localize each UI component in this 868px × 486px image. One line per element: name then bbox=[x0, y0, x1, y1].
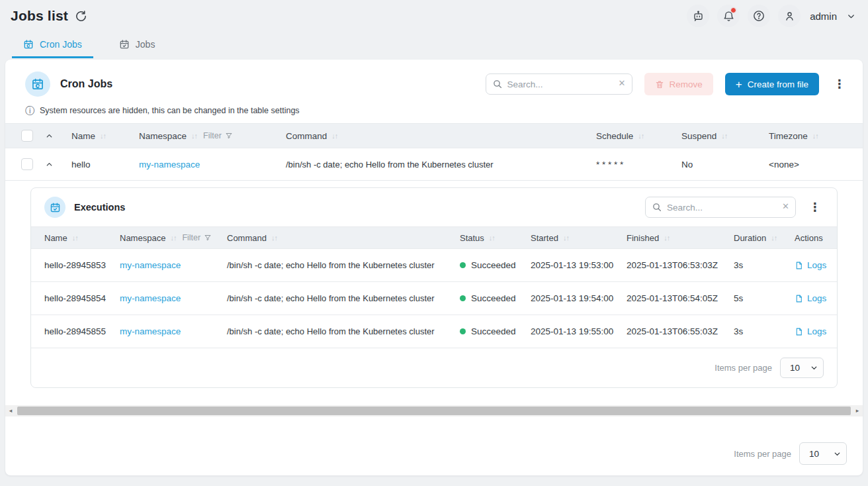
remove-button[interactable]: Remove bbox=[644, 73, 713, 95]
create-from-file-button[interactable]: + Create from file bbox=[725, 73, 819, 95]
cell-name: hello bbox=[58, 160, 126, 170]
app-window: Jobs list bbox=[0, 0, 868, 486]
logs-link[interactable]: Logs bbox=[795, 326, 826, 336]
cell-status: Succeeded bbox=[447, 326, 517, 336]
col-header-timezone[interactable]: Timezone↓↑ bbox=[756, 131, 863, 141]
items-per-page-select[interactable]: 10 bbox=[780, 358, 824, 378]
col-header-command[interactable]: Command↓↑ bbox=[273, 131, 583, 141]
scrollbar-right-arrow-icon[interactable]: ▸ bbox=[852, 405, 863, 416]
cell-finished: 2025-01-13T06:54:05Z bbox=[613, 293, 720, 303]
refresh-icon[interactable] bbox=[75, 10, 87, 23]
namespace-link[interactable]: my-namespace bbox=[120, 293, 181, 303]
sort-icon: ↓↑ bbox=[271, 234, 277, 242]
sort-icon: ↓↑ bbox=[563, 234, 569, 242]
cell-started: 2025-01-13 19:53:00 bbox=[517, 260, 613, 270]
document-icon bbox=[795, 294, 803, 303]
notification-badge bbox=[730, 7, 736, 13]
cell-command: /bin/sh -c date; echo Hello from the Kub… bbox=[273, 160, 583, 170]
namespace-filter[interactable]: Filter bbox=[203, 131, 233, 140]
user-avatar-icon[interactable] bbox=[778, 5, 801, 27]
row-expanded-area: Executions ✕ ⋮ Name↓↑ Nam bbox=[5, 181, 863, 405]
executions-panel-icon bbox=[44, 197, 65, 218]
cron-jobs-panel-header: Cron Jobs ✕ Remove + Create bbox=[5, 60, 863, 105]
horizontal-scrollbar[interactable]: ◂ ▸ bbox=[5, 405, 863, 416]
cron-jobs-panel-icon bbox=[25, 72, 50, 97]
assistant-bot-icon[interactable] bbox=[687, 5, 709, 27]
top-bar: Jobs list bbox=[0, 0, 868, 32]
cron-jobs-search: ✕ bbox=[486, 73, 632, 95]
scrollbar-thumb[interactable] bbox=[17, 407, 851, 415]
row-checkbox[interactable] bbox=[21, 158, 33, 170]
select-all-checkbox[interactable] bbox=[21, 130, 33, 142]
cell-duration: 3s bbox=[720, 260, 781, 270]
cell-command: /bin/sh -c date; echo Hello from the Kub… bbox=[214, 260, 447, 270]
calendar-cron-icon bbox=[23, 39, 34, 50]
cell-suspend: No bbox=[668, 160, 756, 170]
col-header-actions: Actions bbox=[781, 233, 837, 243]
sort-icon: ↓↑ bbox=[72, 234, 78, 242]
filter-funnel-icon bbox=[204, 234, 212, 242]
user-name: admin bbox=[810, 11, 837, 22]
col-header-status[interactable]: Status↓↑ bbox=[447, 233, 517, 243]
col-header-duration[interactable]: Duration↓↑ bbox=[720, 233, 781, 243]
notifications-bell-icon[interactable] bbox=[717, 5, 740, 27]
cell-status: Succeeded bbox=[447, 260, 517, 270]
plus-icon: + bbox=[736, 79, 742, 90]
trash-icon bbox=[655, 79, 664, 89]
logs-link[interactable]: Logs bbox=[795, 260, 826, 270]
sort-icon: ↓↑ bbox=[170, 234, 176, 242]
tab-bar: Cron Jobs Jobs bbox=[0, 32, 868, 58]
executions-kebab-menu-icon[interactable]: ⋮ bbox=[806, 201, 824, 213]
sort-icon: ↓↑ bbox=[664, 234, 670, 242]
scrollbar-left-arrow-icon[interactable]: ◂ bbox=[5, 405, 16, 416]
sort-icon: ↓↑ bbox=[721, 132, 727, 140]
status-succeeded-dot bbox=[460, 295, 466, 301]
execution-row[interactable]: hello-28945855 my-namespace /bin/sh -c d… bbox=[31, 315, 837, 348]
col-header-schedule[interactable]: Schedule↓↑ bbox=[583, 131, 668, 141]
namespace-filter[interactable]: Filter bbox=[182, 233, 212, 242]
cell-finished: 2025-01-13T06:53:03Z bbox=[613, 260, 720, 270]
search-clear-icon[interactable]: ✕ bbox=[619, 78, 626, 88]
col-header-command[interactable]: Command↓↑ bbox=[214, 233, 447, 243]
table-row-hello[interactable]: hello my-namespace /bin/sh -c date; echo… bbox=[5, 148, 863, 181]
help-icon[interactable] bbox=[748, 5, 770, 27]
cell-duration: 3s bbox=[720, 326, 781, 336]
search-clear-icon[interactable]: ✕ bbox=[782, 201, 789, 211]
cell-started: 2025-01-13 19:55:00 bbox=[517, 326, 613, 336]
executions-panel-header: Executions ✕ ⋮ bbox=[31, 188, 837, 226]
col-header-name[interactable]: Name↓↑ bbox=[31, 233, 107, 243]
executions-search-input[interactable] bbox=[645, 197, 796, 218]
namespace-link[interactable]: my-namespace bbox=[139, 160, 200, 170]
namespace-link[interactable]: my-namespace bbox=[120, 260, 181, 270]
execution-row[interactable]: hello-28945853 my-namespace /bin/sh -c d… bbox=[31, 249, 837, 282]
row-expand-caret-icon[interactable] bbox=[34, 160, 58, 169]
tab-jobs[interactable]: Jobs bbox=[108, 32, 167, 58]
col-header-suspend[interactable]: Suspend↓↑ bbox=[668, 131, 756, 141]
cell-name: hello-28945853 bbox=[31, 260, 107, 270]
filter-funnel-icon bbox=[225, 132, 233, 140]
search-icon bbox=[652, 202, 662, 213]
execution-row[interactable]: hello-28945854 my-namespace /bin/sh -c d… bbox=[31, 282, 837, 315]
items-per-page-label: Items per page bbox=[734, 449, 791, 459]
executions-search: ✕ bbox=[645, 197, 796, 218]
user-menu-chevron-down-icon[interactable] bbox=[846, 11, 856, 21]
cron-jobs-kebab-menu-icon[interactable]: ⋮ bbox=[831, 78, 848, 90]
tab-cron-jobs[interactable]: Cron Jobs bbox=[12, 32, 93, 58]
cell-finished: 2025-01-13T06:55:03Z bbox=[613, 326, 720, 336]
col-header-finished[interactable]: Finished↓↑ bbox=[613, 233, 720, 243]
cron-jobs-search-input[interactable] bbox=[486, 73, 632, 95]
items-per-page-select[interactable]: 10 bbox=[799, 442, 847, 465]
search-icon bbox=[492, 79, 503, 89]
namespace-link[interactable]: my-namespace bbox=[120, 326, 181, 336]
collapse-all-caret-icon[interactable] bbox=[34, 132, 58, 140]
cell-command: /bin/sh -c date; echo Hello from the Kub… bbox=[214, 326, 447, 336]
info-icon: ⓘ bbox=[25, 106, 34, 115]
tab-cron-jobs-label: Cron Jobs bbox=[40, 39, 82, 50]
col-header-name[interactable]: Name↓↑ bbox=[58, 131, 126, 141]
col-header-namespace[interactable]: Namespace↓↑ Filter bbox=[126, 131, 273, 141]
col-header-namespace[interactable]: Namespace↓↑ Filter bbox=[107, 233, 214, 243]
sort-icon: ↓↑ bbox=[331, 132, 337, 140]
document-icon bbox=[795, 261, 803, 270]
col-header-started[interactable]: Started↓↑ bbox=[517, 233, 613, 243]
logs-link[interactable]: Logs bbox=[795, 293, 826, 303]
